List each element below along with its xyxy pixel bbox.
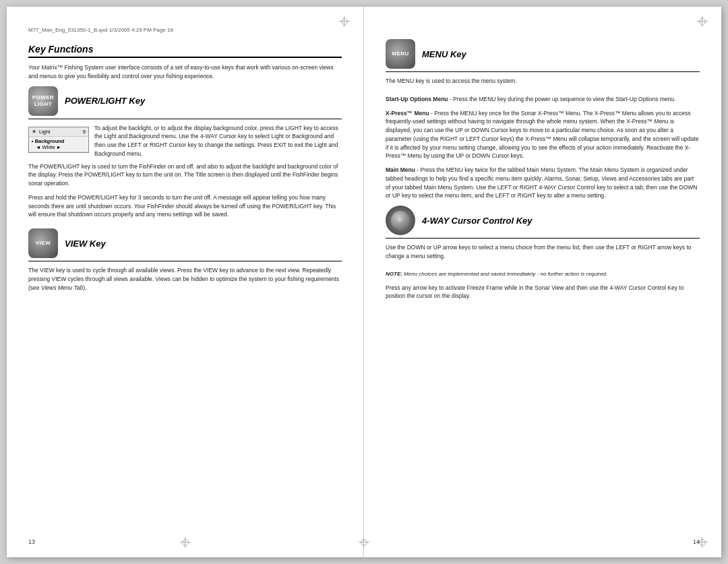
- page-left: M77_Man_Eng_531350-1_B.qxd 1/3/2005 4:29…: [7, 7, 364, 557]
- view-key-section: VIEW VIEW Key The VIEW key is used to cy…: [28, 228, 342, 292]
- menu-icon: MENU: [386, 39, 415, 69]
- four-way-section: 4-WAY Cursor Control Key Use the DOWN or…: [386, 206, 700, 261]
- doc-header-text: M77_Man_Eng_531350-1_B.qxd 1/3/2005 4:29…: [28, 27, 173, 33]
- four-way-icon: [386, 206, 415, 235]
- freeze-frame-text: Press any arrow key to activate Freeze F…: [386, 284, 700, 301]
- power-description: The POWER/LIGHT key is used to turn the …: [28, 162, 342, 188]
- four-way-title: 4-WAY Cursor Control Key: [422, 216, 532, 226]
- power-light-header: POWER LIGHT POWER/LIGHT Key: [28, 86, 342, 119]
- menu-description: To adjust the backlight, or to adjust th…: [94, 124, 342, 158]
- main-menu-text: Main Menu - Press the MENU key twice for…: [386, 166, 700, 200]
- view-icon: VIEW: [28, 228, 58, 258]
- menu-key-header: MENU MENU Key: [386, 39, 700, 72]
- page-number-left: 13: [28, 538, 35, 545]
- view-key-header: VIEW VIEW Key: [28, 228, 342, 261]
- intro-text: Your Matrix™ Fishing System user interfa…: [28, 63, 342, 81]
- menu-description: The MENU key is used to access the menu …: [386, 77, 700, 86]
- power-light-title: POWER/LIGHT Key: [65, 96, 145, 106]
- page-right: MENU MENU Key The MENU key is used to ac…: [364, 7, 721, 557]
- note-text: NOTE: Menu choices are implemented and s…: [386, 270, 700, 278]
- view-key-title: VIEW Key: [65, 239, 106, 249]
- four-way-description: Use the DOWN or UP arrow keys to select …: [386, 243, 700, 261]
- power-description-block: The POWER/LIGHT key is used to turn the …: [28, 162, 342, 188]
- power-light-section: POWER LIGHT POWER/LIGHT Key ☀ Light: [28, 86, 342, 220]
- startup-menu-text: Start-Up Options Menu - Press the MENU k…: [386, 95, 700, 104]
- key-functions-title: Key Functions: [28, 44, 342, 58]
- menu-key-title: MENU Key: [422, 49, 466, 59]
- power-light-icon: POWER LIGHT: [28, 86, 58, 116]
- xpress-menu-text: X-Press™ Menu - Press the MENU key once …: [386, 109, 700, 161]
- doc-header: M77_Man_Eng_531350-1_B.qxd 1/3/2005 4:29…: [28, 27, 342, 33]
- four-way-header: 4-WAY Cursor Control Key: [386, 206, 700, 239]
- view-description: The VIEW key is used to cycle through al…: [28, 266, 342, 292]
- menu-key-section: MENU MENU Key The MENU key is used to ac…: [386, 39, 700, 86]
- page-spread: M77_Man_Eng_531350-1_B.qxd 1/3/2005 4:29…: [7, 7, 721, 557]
- power-light-content: ☀ Light 9 ▪ Background ◄: [28, 124, 342, 158]
- power-hold-description: Press and hold the POWER/LIGHT key for 3…: [28, 193, 342, 219]
- page-number-right: 14: [693, 538, 700, 545]
- light-background-menu: ☀ Light 9 ▪ Background ◄: [28, 125, 88, 153]
